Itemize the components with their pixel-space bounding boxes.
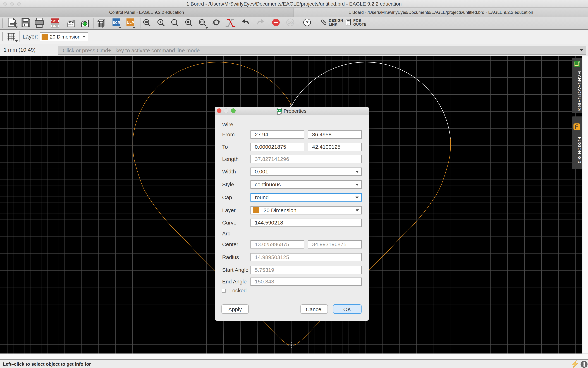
svg-text:BRD: BRD bbox=[277, 109, 282, 112]
